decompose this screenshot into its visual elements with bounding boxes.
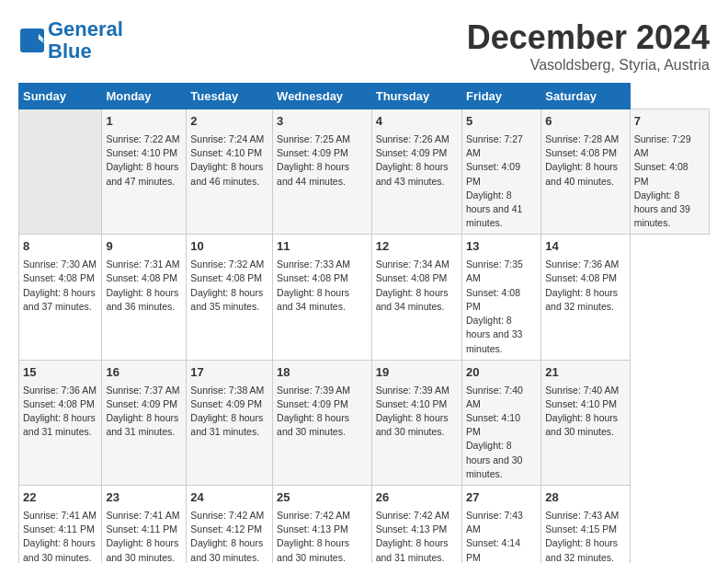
calendar-cell: 5Sunrise: 7:27 AMSunset: 4:09 PMDaylight… <box>462 109 541 235</box>
sunset-text: Sunset: 4:09 PM <box>376 146 458 160</box>
day-number: 10 <box>190 238 268 256</box>
header-sunday: Sunday <box>19 84 102 109</box>
calendar-cell: 10Sunrise: 7:32 AMSunset: 4:08 PMDayligh… <box>187 235 273 360</box>
day-number: 15 <box>23 364 97 382</box>
daylight-text: Daylight: 8 hours and 34 minutes. <box>277 286 368 314</box>
calendar-cell: 6Sunrise: 7:28 AMSunset: 4:08 PMDaylight… <box>541 109 630 235</box>
sunset-text: Sunset: 4:10 PM <box>545 397 625 411</box>
sunset-text: Sunset: 4:08 PM <box>545 146 625 160</box>
calendar-week-row: 15Sunrise: 7:36 AMSunset: 4:08 PMDayligh… <box>19 360 710 485</box>
sunrise-text: Sunrise: 7:41 AM <box>23 509 97 523</box>
header-friday: Friday <box>462 84 541 109</box>
sunrise-text: Sunrise: 7:40 AM <box>545 384 625 397</box>
daylight-text: Daylight: 8 hours and 46 minutes. <box>190 160 268 188</box>
sunset-text: Sunset: 4:09 PM <box>277 146 368 160</box>
day-number: 18 <box>277 364 368 382</box>
sunset-text: Sunset: 4:12 PM <box>190 523 268 536</box>
day-number: 20 <box>466 364 537 382</box>
sunrise-text: Sunrise: 7:42 AM <box>190 509 268 523</box>
daylight-text: Daylight: 8 hours and 36 minutes. <box>106 286 182 314</box>
daylight-text: Daylight: 8 hours and 31 minutes. <box>23 411 97 439</box>
sunset-text: Sunset: 4:11 PM <box>106 523 182 536</box>
sunset-text: Sunset: 4:09 PM <box>277 397 368 411</box>
day-number: 9 <box>106 238 182 256</box>
calendar-cell: 7Sunrise: 7:29 AMSunset: 4:08 PMDaylight… <box>630 109 709 235</box>
sunrise-text: Sunrise: 7:36 AM <box>545 258 625 271</box>
daylight-text: Daylight: 8 hours and 30 minutes. <box>545 411 625 439</box>
daylight-text: Daylight: 8 hours and 39 minutes. <box>634 189 705 231</box>
daylight-text: Daylight: 8 hours and 30 minutes. <box>277 536 368 563</box>
sunset-text: Sunset: 4:11 PM <box>23 523 97 536</box>
calendar-cell: 20Sunrise: 7:40 AMSunset: 4:10 PMDayligh… <box>462 360 541 485</box>
sunrise-text: Sunrise: 7:35 AM <box>466 258 537 285</box>
sunrise-text: Sunrise: 7:28 AM <box>545 132 625 146</box>
day-number: 1 <box>106 113 182 131</box>
sunrise-text: Sunrise: 7:37 AM <box>106 384 182 397</box>
day-number: 22 <box>23 489 97 507</box>
day-number: 21 <box>545 364 625 382</box>
daylight-text: Daylight: 8 hours and 44 minutes. <box>277 160 368 188</box>
sunset-text: Sunset: 4:13 PM <box>277 523 368 536</box>
daylight-text: Daylight: 8 hours and 30 minutes. <box>106 536 182 563</box>
sunrise-text: Sunrise: 7:43 AM <box>545 509 625 523</box>
header-tuesday: Tuesday <box>187 84 273 109</box>
calendar-cell: 28Sunrise: 7:43 AMSunset: 4:15 PMDayligh… <box>541 486 630 563</box>
sunrise-text: Sunrise: 7:32 AM <box>190 258 268 271</box>
daylight-text: Daylight: 8 hours and 43 minutes. <box>376 160 458 188</box>
calendar-cell: 11Sunrise: 7:33 AMSunset: 4:08 PMDayligh… <box>273 235 372 360</box>
calendar-cell: 1Sunrise: 7:22 AMSunset: 4:10 PMDaylight… <box>102 109 187 235</box>
sunset-text: Sunset: 4:09 PM <box>190 397 268 411</box>
sunset-text: Sunset: 4:08 PM <box>466 286 537 314</box>
daylight-text: Daylight: 8 hours and 33 minutes. <box>466 314 537 356</box>
calendar-cell: 13Sunrise: 7:35 AMSunset: 4:08 PMDayligh… <box>462 235 541 360</box>
calendar-cell: 8Sunrise: 7:30 AMSunset: 4:08 PMDaylight… <box>19 235 102 360</box>
logo-line1: General <box>48 17 123 40</box>
calendar-cell: 25Sunrise: 7:42 AMSunset: 4:13 PMDayligh… <box>273 486 372 563</box>
location-title: Vasoldsberg, Styria, Austria <box>467 57 710 74</box>
day-number: 8 <box>23 238 97 256</box>
calendar-cell: 9Sunrise: 7:31 AMSunset: 4:08 PMDaylight… <box>102 235 187 360</box>
logo-icon <box>18 27 46 54</box>
daylight-text: Daylight: 8 hours and 40 minutes. <box>545 160 625 188</box>
sunset-text: Sunset: 4:08 PM <box>277 271 368 285</box>
sunrise-text: Sunrise: 7:22 AM <box>106 132 182 146</box>
calendar-cell <box>19 109 102 235</box>
calendar-cell: 16Sunrise: 7:37 AMSunset: 4:09 PMDayligh… <box>102 360 187 485</box>
day-number: 12 <box>376 238 458 256</box>
sunrise-text: Sunrise: 7:24 AM <box>190 132 268 146</box>
daylight-text: Daylight: 8 hours and 30 minutes. <box>466 439 537 481</box>
sunset-text: Sunset: 4:10 PM <box>466 411 537 439</box>
sunset-text: Sunset: 4:09 PM <box>466 160 537 188</box>
sunrise-text: Sunrise: 7:43 AM <box>466 509 537 536</box>
sunrise-text: Sunrise: 7:29 AM <box>634 132 705 160</box>
daylight-text: Daylight: 8 hours and 32 minutes. <box>545 286 625 314</box>
sunrise-text: Sunrise: 7:30 AM <box>23 258 97 271</box>
day-number: 3 <box>277 113 368 131</box>
calendar-cell: 21Sunrise: 7:40 AMSunset: 4:10 PMDayligh… <box>541 360 630 485</box>
calendar-cell: 2Sunrise: 7:24 AMSunset: 4:10 PMDaylight… <box>187 109 273 235</box>
calendar-cell: 27Sunrise: 7:43 AMSunset: 4:14 PMDayligh… <box>462 486 541 563</box>
day-number: 5 <box>466 113 537 131</box>
day-number: 16 <box>106 364 182 382</box>
daylight-text: Daylight: 8 hours and 34 minutes. <box>376 286 458 314</box>
sunrise-text: Sunrise: 7:41 AM <box>106 509 182 523</box>
sunrise-text: Sunrise: 7:36 AM <box>23 384 97 397</box>
calendar-header-row: SundayMondayTuesdayWednesdayThursdayFrid… <box>19 84 710 109</box>
daylight-text: Daylight: 8 hours and 47 minutes. <box>106 160 182 188</box>
sunrise-text: Sunrise: 7:33 AM <box>277 258 368 271</box>
calendar-cell: 23Sunrise: 7:41 AMSunset: 4:11 PMDayligh… <box>102 486 187 563</box>
header-thursday: Thursday <box>371 84 461 109</box>
sunset-text: Sunset: 4:15 PM <box>545 523 625 536</box>
day-number: 14 <box>545 238 625 256</box>
sunrise-text: Sunrise: 7:42 AM <box>277 509 368 523</box>
calendar-week-row: 8Sunrise: 7:30 AMSunset: 4:08 PMDaylight… <box>19 235 710 360</box>
month-title: December 2024 <box>467 18 710 57</box>
sunrise-text: Sunrise: 7:39 AM <box>277 384 368 397</box>
sunset-text: Sunset: 4:08 PM <box>23 397 97 411</box>
daylight-text: Daylight: 8 hours and 37 minutes. <box>23 286 97 314</box>
day-number: 13 <box>466 238 537 256</box>
sunset-text: Sunset: 4:08 PM <box>634 160 705 188</box>
daylight-text: Daylight: 8 hours and 30 minutes. <box>277 411 368 439</box>
sunset-text: Sunset: 4:09 PM <box>106 397 182 411</box>
title-block: December 2024 Vasoldsberg, Styria, Austr… <box>467 18 710 74</box>
